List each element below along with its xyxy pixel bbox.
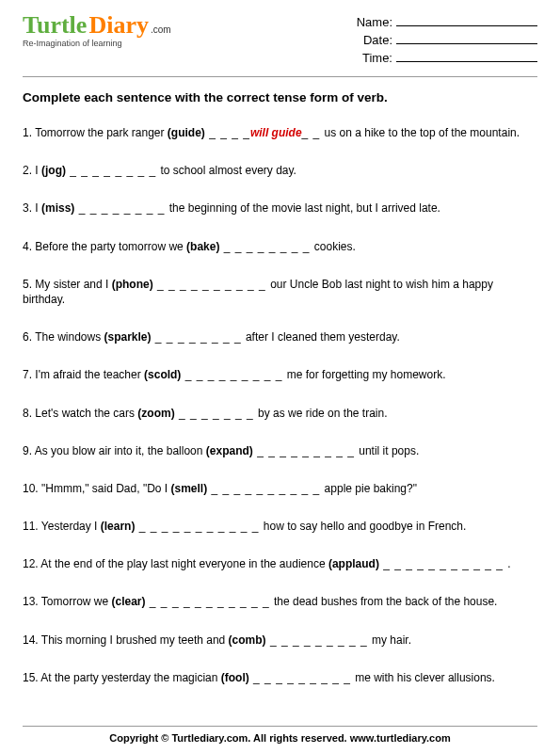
- question-row: 10. "Hmmm," said Dad, "Do I (smell) _ _ …: [23, 481, 537, 496]
- question-verb: (learn): [101, 520, 136, 533]
- question-number: 3.: [23, 201, 35, 215]
- copyright-text: Copyright © Turtlediary.com. All rights …: [109, 732, 450, 744]
- answer-blank[interactable]: _ _ _ _ _ _ _ _ _ _ _: [146, 595, 274, 608]
- question-number: 11.: [23, 520, 41, 533]
- date-field[interactable]: [396, 31, 537, 44]
- question-row: 9. As you blow air into it, the balloon …: [23, 443, 537, 458]
- question-post: me with his clever allusions.: [355, 671, 495, 684]
- question-row: 7. I'm afraid the teacher (scold) _ _ _ …: [23, 367, 537, 382]
- answer-blank[interactable]: _ _ _ _ _ _ _ _ _: [266, 633, 372, 647]
- question-pre: The windows: [35, 330, 104, 344]
- logo-word-turtle: Turtle: [23, 13, 87, 38]
- answer-blank[interactable]: _ _: [302, 126, 325, 139]
- logo-dotcom: .com: [151, 24, 171, 35]
- question-pre: I'm afraid the teacher: [35, 368, 144, 381]
- question-pre: At the party yesterday the magician: [40, 671, 220, 684]
- logo: Turtle Diary .com Re-Imagination of lear…: [23, 13, 171, 48]
- question-number: 10.: [23, 482, 41, 495]
- answer-blank[interactable]: _ _ _ _: [205, 126, 250, 139]
- question-verb: (expand): [206, 444, 253, 457]
- time-field[interactable]: [396, 49, 537, 62]
- instruction-text: Complete each sentence with the correct …: [23, 90, 537, 104]
- question-row: 4. Before the party tomorrow we (bake) _…: [23, 239, 537, 254]
- question-verb: (bake): [186, 240, 219, 253]
- question-pre: Let's watch the cars: [35, 407, 137, 420]
- question-number: 13.: [23, 595, 41, 608]
- footer-divider: [23, 726, 537, 727]
- date-label: Date:: [344, 33, 392, 47]
- answer-blank[interactable]: _ _ _ _ _ _ _ _: [219, 240, 313, 253]
- question-post: by as we ride on the train.: [258, 407, 387, 420]
- question-post: us on a hike to the top of the mountain.: [325, 126, 520, 139]
- answer-blank[interactable]: _ _ _ _ _ _ _ _ _ _: [153, 278, 270, 291]
- question-number: 9.: [23, 444, 35, 457]
- question-number: 7.: [23, 368, 35, 381]
- header-row: Turtle Diary .com Re-Imagination of lear…: [23, 13, 537, 67]
- question-number: 5.: [23, 278, 35, 291]
- answer-blank[interactable]: _ _ _ _ _ _ _ _ _ _: [207, 482, 324, 495]
- question-row: 2. I (jog) _ _ _ _ _ _ _ _ to school alm…: [23, 163, 537, 178]
- question-verb: (smell): [171, 482, 208, 495]
- question-verb: (jog): [41, 164, 66, 177]
- answer-blank[interactable]: _ _ _ _ _ _ _ _ _: [253, 444, 359, 457]
- question-pre: At the end of the play last night everyo…: [40, 557, 328, 570]
- question-verb: (fool): [221, 671, 249, 684]
- name-label: Name:: [344, 15, 392, 29]
- question-verb: (phone): [112, 278, 153, 291]
- answer-blank[interactable]: _ _ _ _ _ _ _ _ _ _ _: [135, 520, 263, 533]
- answer-blank[interactable]: _ _ _ _ _ _ _ _: [152, 330, 246, 344]
- question-list: 1. Tomorrow the park ranger (guide) _ _ …: [23, 125, 537, 685]
- student-info: Name: Date: Time:: [344, 13, 537, 67]
- question-row: 13. Tomorrow we (clear) _ _ _ _ _ _ _ _ …: [23, 594, 537, 609]
- question-post: .: [507, 557, 510, 570]
- question-row: 12. At the end of the play last night ev…: [23, 556, 537, 571]
- question-pre: Tomorrow we: [41, 595, 112, 608]
- question-verb: (sparkle): [104, 330, 152, 344]
- header-divider: [23, 76, 537, 77]
- question-verb: (guide): [168, 126, 205, 139]
- time-label: Time:: [344, 51, 392, 65]
- question-verb: (applaud): [328, 557, 379, 570]
- logo-word-diary: Diary: [88, 13, 149, 38]
- question-number: 6.: [23, 330, 35, 344]
- question-post: until it pops.: [359, 444, 419, 457]
- sample-answer: will guide: [250, 126, 302, 139]
- answer-blank[interactable]: _ _ _ _ _ _ _ _: [74, 201, 168, 215]
- answer-blank[interactable]: _ _ _ _ _ _ _: [175, 407, 258, 420]
- question-verb: (clear): [112, 595, 146, 608]
- question-post: the beginning of the movie last night, b…: [169, 201, 440, 215]
- question-post: after I cleaned them yesterday.: [246, 330, 400, 344]
- question-number: 15.: [23, 671, 40, 684]
- question-verb: (scold): [144, 368, 181, 381]
- question-row: 14. This morning I brushed my teeth and …: [23, 633, 537, 648]
- answer-blank[interactable]: _ _ _ _ _ _ _ _ _: [181, 368, 286, 381]
- question-pre: Before the party tomorrow we: [35, 240, 186, 253]
- question-number: 1.: [23, 126, 35, 139]
- question-post: to school almost every day.: [160, 164, 296, 177]
- question-verb: (comb): [229, 633, 266, 647]
- question-post: apple pie baking?": [325, 482, 417, 495]
- question-pre: My sister and I: [35, 278, 111, 291]
- answer-blank[interactable]: _ _ _ _ _ _ _ _ _: [249, 671, 355, 684]
- question-pre: Yesterday I: [41, 520, 101, 533]
- question-post: me for forgetting my homework.: [287, 368, 446, 381]
- question-post: the dead bushes from the back of the hou…: [274, 595, 498, 608]
- question-pre: Tomorrow the park ranger: [35, 126, 168, 139]
- question-number: 4.: [23, 240, 35, 253]
- question-pre: "Hmmm," said Dad, "Do I: [41, 482, 170, 495]
- answer-blank[interactable]: _ _ _ _ _ _ _ _ _ _ _: [379, 557, 507, 570]
- question-verb: (zoom): [137, 407, 174, 420]
- name-field[interactable]: [396, 13, 537, 26]
- question-row: 6. The windows (sparkle) _ _ _ _ _ _ _ _…: [23, 329, 537, 344]
- answer-blank[interactable]: _ _ _ _ _ _ _ _: [66, 164, 160, 177]
- question-number: 8.: [23, 407, 35, 420]
- question-row: 15. At the party yesterday the magician …: [23, 670, 537, 685]
- question-pre: I: [35, 201, 41, 215]
- question-pre: This morning I brushed my teeth and: [41, 633, 229, 647]
- question-number: 2.: [23, 164, 35, 177]
- question-pre: I: [35, 164, 41, 177]
- question-number: 12.: [23, 557, 40, 570]
- question-row: 8. Let's watch the cars (zoom) _ _ _ _ _…: [23, 406, 537, 421]
- question-post: my hair.: [372, 633, 411, 647]
- question-number: 14.: [23, 633, 41, 647]
